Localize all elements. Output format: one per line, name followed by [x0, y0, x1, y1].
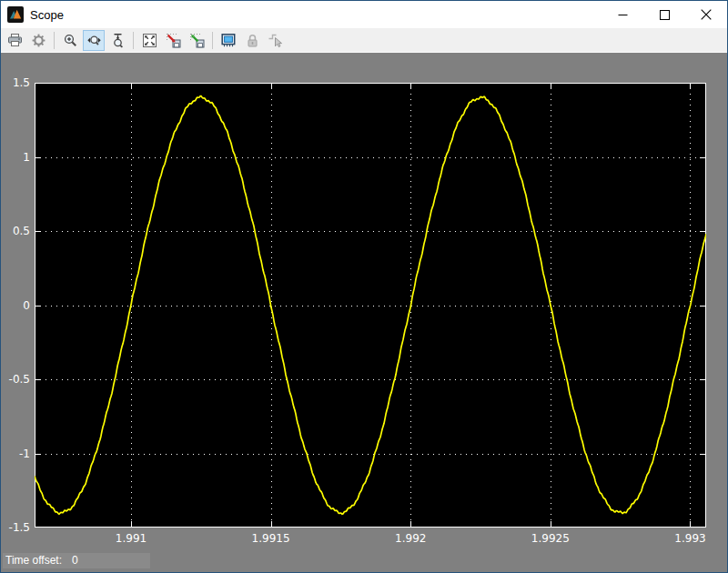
time-offset-value: 0 — [72, 554, 78, 567]
y-tick-label: 0 — [1, 298, 30, 313]
minimize-button[interactable] — [602, 1, 643, 28]
titlebar: Scope — [1, 1, 727, 28]
y-tick-label: 1.5 — [1, 75, 30, 90]
toolbar-separator — [212, 32, 213, 49]
lock-axes-button[interactable] — [241, 30, 263, 51]
y-tick-label: -0.5 — [1, 372, 30, 387]
close-icon — [701, 9, 712, 20]
signal-trace — [35, 96, 706, 515]
restore-axes-settings-button[interactable] — [186, 30, 207, 51]
x-tick-label: 1.991 — [99, 532, 163, 546]
y-tick-label: -1 — [1, 447, 30, 461]
zoom-x-icon — [86, 33, 102, 48]
time-offset-label: Time offset: — [5, 554, 62, 567]
signal-selection-button[interactable] — [265, 30, 287, 51]
simulink-scope-icon — [7, 6, 24, 23]
time-offset-bar: Time offset:0 — [3, 553, 150, 568]
zoom-y-icon — [110, 33, 126, 48]
zoom-in-icon — [63, 33, 78, 48]
scope-window: Scope — [0, 0, 728, 573]
signal-selection-cursor-icon — [268, 33, 284, 48]
x-tick-label: 1.9925 — [519, 532, 582, 546]
floating-scope-icon — [220, 33, 237, 48]
toolbar-separator — [133, 32, 134, 49]
window-title: Scope — [30, 8, 602, 22]
figure-area: Time offset:0 1.9911.99151.9921.99251.99… — [1, 53, 727, 572]
window-controls — [602, 1, 727, 28]
gear-icon — [31, 33, 46, 48]
floating-scope-button[interactable] — [217, 30, 239, 51]
scope-plot — [35, 83, 706, 528]
print-button[interactable] — [4, 30, 25, 51]
autoscale-icon — [142, 33, 157, 48]
x-tick-label: 1.993 — [658, 532, 722, 546]
y-tick-label: 1 — [1, 150, 30, 165]
parameters-button[interactable] — [27, 30, 49, 51]
save-axes-icon — [166, 33, 181, 48]
toolbar-separator — [54, 32, 55, 49]
zoom-x-axis-button[interactable] — [83, 30, 105, 51]
lock-icon — [245, 33, 260, 48]
x-tick-label: 1.992 — [379, 532, 442, 546]
save-axes-settings-button[interactable] — [162, 30, 184, 51]
zoom-y-axis-button[interactable] — [106, 30, 128, 51]
plot-area[interactable] — [35, 83, 706, 528]
minimize-icon — [618, 10, 628, 20]
y-tick-label: 0.5 — [1, 224, 30, 238]
maximize-icon — [660, 10, 670, 20]
zoom-button[interactable] — [59, 30, 81, 51]
scope-toolbar — [1, 28, 727, 53]
close-button[interactable] — [685, 1, 727, 28]
y-tick-label: -1.5 — [1, 520, 30, 535]
autoscale-button[interactable] — [138, 30, 160, 51]
printer-icon — [7, 33, 23, 48]
restore-axes-icon — [189, 33, 205, 48]
x-tick-label: 1.9915 — [239, 532, 303, 546]
maximize-button[interactable] — [643, 1, 685, 28]
